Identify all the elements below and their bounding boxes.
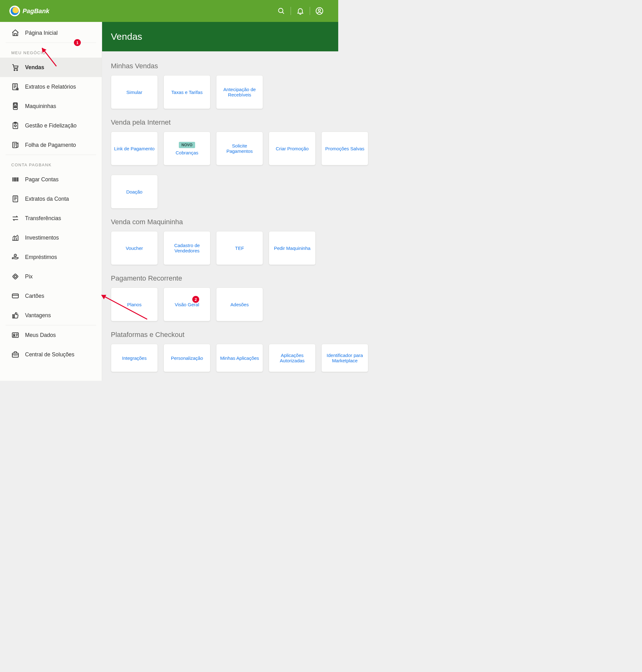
sidebar-item-gestao-fidelizacao[interactable]: Gestão e Fidelização [5,116,96,135]
card-visao-geral[interactable]: Visão Geral [164,287,210,321]
card-label: Solicite Pagamentos [218,143,261,154]
svg-point-14 [15,107,16,108]
card-label: Taxas e Tarifas [171,90,203,95]
sidebar-item-extratos-relatorios[interactable]: Extratos e Relatórios [5,77,96,96]
sidebar-item-meus-dados[interactable]: Meus Dados [5,325,96,345]
card-label: Link de Pagamento [114,146,154,151]
card-promocoes-salvas[interactable]: Promoções Salvas [321,131,368,165]
brand-logo-icon [9,5,20,16]
card-tef[interactable]: TEF [216,231,263,265]
barcode-icon [11,176,20,183]
home-icon [11,29,20,37]
card-label: Simular [127,90,142,95]
sidebar-item-vendas[interactable]: Vendas [0,57,102,77]
card-label: Criar Promoção [275,146,308,151]
card-integracoes[interactable]: Integrações [111,344,158,372]
sidebar-section-label: CONTA PAGBANK [0,155,102,170]
brand-name: PagBank [23,8,50,15]
card-label: Planos [127,302,142,307]
svg-rect-27 [12,353,18,357]
section-title-pagamento-recorrente: Pagamento Recorrente [111,274,330,283]
id-card-icon [11,331,20,339]
card-doacao[interactable]: Doação [111,175,158,209]
section-title-venda-internet: Venda pela Internet [111,118,330,127]
svg-rect-6 [13,83,17,90]
thumbs-up-icon [11,311,20,319]
sidebar-item-label: Meus Dados [25,332,56,338]
sidebar-item-vantagens[interactable]: Vantagens [5,306,96,325]
sidebar-item-extratos-conta[interactable]: Extratos da Conta [5,189,96,209]
brand-logo[interactable]: PagBank [9,5,50,16]
card-label: Adesões [231,302,249,307]
card-aplicacoes-autorizadas[interactable]: Aplicações Autorizadas [269,344,316,372]
sidebar-item-label: Central de Soluções [25,351,75,358]
sidebar-item-label: Cartões [25,293,44,299]
loan-icon: $ [11,253,20,261]
sidebar-item-central-solucoes[interactable]: Central de Soluções [5,345,96,364]
novo-badge: NOVO [179,142,195,148]
sidebar-item-pix[interactable]: Pix [5,267,96,286]
svg-point-26 [13,334,15,336]
payroll-icon [11,141,20,149]
card-minhas-aplicacoes[interactable]: Minhas Aplicações [216,344,263,372]
card-personalizacao[interactable]: Personalização [164,344,210,372]
top-header: PagBank [0,0,338,22]
sidebar-item-emprestimos[interactable]: $ Empréstimos [5,247,96,267]
sidebar-item-label: Pix [25,273,33,280]
sidebar-item-label: Pagar Contas [25,176,59,183]
svg-point-15 [16,107,17,108]
sidebar-item-label: Investimentos [25,234,59,241]
card-planos[interactable]: Planos [111,287,158,321]
sidebar-item-transferencias[interactable]: Transferências [5,209,96,228]
svg-point-3 [319,9,321,11]
card-label: Promoções Salvas [325,146,364,151]
sidebar-item-maquininhas[interactable]: Maquininhas [5,96,96,116]
pix-icon [11,272,20,281]
svg-point-0 [279,8,283,13]
sidebar-section-label: MEU NEGÓCIO [0,43,102,57]
card-solicite-pagamentos[interactable]: Solicite Pagamentos [216,131,263,165]
sidebar-item-label: Extratos e Relatórios [25,83,76,90]
sidebar-item-label: Empréstimos [25,254,57,260]
bell-icon[interactable] [291,5,310,17]
card-criar-promocao[interactable]: Criar Promoção [269,131,316,165]
card-label: Pedir Maquininha [274,246,311,251]
sidebar-item-label: Maquininhas [25,103,56,109]
cart-icon [11,63,20,72]
transfer-icon [11,214,20,222]
account-icon[interactable] [310,5,329,17]
card-antecipacao-recebiveis[interactable]: Antecipação de Recebíveis [216,75,263,109]
sidebar-item-label: Extratos da Conta [25,196,69,202]
sidebar-item-pagar-contas[interactable]: Pagar Contas [5,170,96,189]
card-voucher[interactable]: Voucher [111,231,158,265]
sidebar-item-home[interactable]: Página Inicial [5,23,96,42]
clipboard-heart-icon [11,121,20,130]
card-cadastro-vendedores[interactable]: Cadastro de Vendedores [164,231,210,265]
card-label: Antecipação de Recebíveis [218,87,261,98]
card-link-pagamento[interactable]: Link de Pagamento [111,131,158,165]
toolbox-icon [11,350,20,359]
sidebar-item-investimentos[interactable]: Investimentos [5,228,96,247]
card-identificador-marketplace[interactable]: Identificador para Marketplace [321,344,368,372]
svg-point-12 [16,106,17,107]
card-cobrancas[interactable]: NOVO Cobranças [164,131,210,165]
svg-point-4 [14,69,15,70]
card-label: Aplicações Autorizadas [271,353,313,363]
card-simular[interactable]: Simular [111,75,158,109]
card-label: Visão Geral [175,302,199,307]
card-adesoes[interactable]: Adesões [216,287,263,321]
card-label: Personalização [171,356,203,361]
card-taxas-tarifas[interactable]: Taxas e Tarifas [164,75,210,109]
sidebar: Página Inicial MEU NEGÓCIO Vendas Extrat… [0,22,102,381]
svg-point-13 [14,107,15,108]
svg-point-5 [17,69,17,70]
search-icon[interactable] [272,5,291,17]
section-title-venda-maquininha: Venda com Maquininha [111,218,330,226]
sidebar-item-label: Vendas [25,64,44,71]
sidebar-item-cartoes[interactable]: Cartões [5,286,96,306]
card-pedir-maquininha[interactable]: Pedir Maquininha [269,231,316,265]
sidebar-item-label: Vantagens [25,312,51,319]
page-header: Vendas [102,22,338,51]
sidebar-item-folha-pagamento[interactable]: Folha de Pagamento [5,135,96,155]
svg-point-11 [15,106,16,107]
